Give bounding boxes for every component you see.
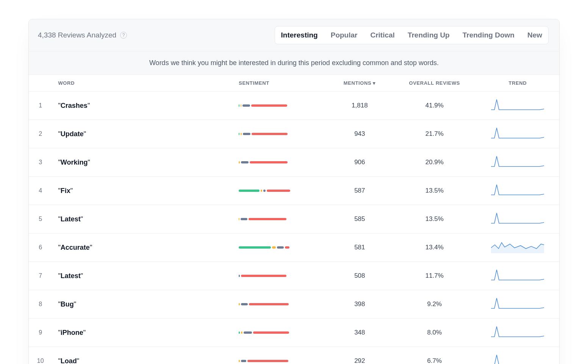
row-index: 9 [29, 319, 52, 347]
row-mentions: 348 [327, 319, 393, 347]
table-row[interactable]: 5"Latest"58513.5% [29, 205, 559, 233]
row-mentions: 508 [327, 262, 393, 290]
row-index: 4 [29, 177, 52, 205]
sentiment-bar [235, 233, 326, 262]
reviews-word-analysis-card: 4,338 Reviews Analyzed ? InterestingPopu… [28, 19, 560, 364]
tab-interesting[interactable]: Interesting [279, 30, 320, 41]
row-trend [476, 347, 559, 364]
row-trend [476, 120, 559, 148]
row-word[interactable]: "Load" [52, 347, 235, 364]
row-word[interactable]: "Update" [52, 120, 235, 148]
row-overall: 41.9% [393, 92, 476, 120]
col-mentions[interactable]: MENTIONS▾ [327, 75, 393, 92]
sentiment-bar [235, 148, 326, 177]
row-word[interactable]: "iPhone" [52, 319, 235, 347]
row-trend [476, 92, 559, 120]
row-word[interactable]: "Fix" [52, 177, 235, 205]
row-word[interactable]: "Bug" [52, 290, 235, 319]
col-overall[interactable]: OVERALL REVIEWS [393, 75, 476, 92]
row-word[interactable]: "Accurate" [52, 233, 235, 262]
description: Words we think you might be interested i… [29, 51, 559, 75]
sentiment-bar [235, 262, 326, 290]
row-index: 6 [29, 233, 52, 262]
row-trend [476, 177, 559, 205]
row-overall: 6.7% [393, 347, 476, 364]
table-row[interactable]: 4"Fix"58713.5% [29, 177, 559, 205]
row-overall: 21.7% [393, 120, 476, 148]
row-word[interactable]: "Latest" [52, 205, 235, 233]
tabs: InterestingPopularCriticalTrending UpTre… [275, 26, 549, 44]
tab-popular[interactable]: Popular [328, 30, 360, 41]
tab-trending-up[interactable]: Trending Up [405, 30, 452, 41]
card-topbar: 4,338 Reviews Analyzed ? InterestingPopu… [29, 19, 559, 51]
row-word[interactable]: "Crashes" [52, 92, 235, 120]
row-trend [476, 290, 559, 319]
table-row[interactable]: 3"Working"90620.9% [29, 148, 559, 177]
table-row[interactable]: 6"Accurate"58113.4% [29, 233, 559, 262]
row-mentions: 581 [327, 233, 393, 262]
sort-desc-icon: ▾ [373, 80, 376, 86]
table-row[interactable]: 2"Update"94321.7% [29, 120, 559, 148]
sentiment-bar [235, 92, 326, 120]
row-index: 2 [29, 120, 52, 148]
col-word[interactable]: WORD [52, 75, 235, 92]
sentiment-bar [235, 290, 326, 319]
row-overall: 8.0% [393, 319, 476, 347]
row-index: 7 [29, 262, 52, 290]
row-trend [476, 148, 559, 177]
table-row[interactable]: 9"iPhone"3488.0% [29, 319, 559, 347]
row-index: 10 [29, 347, 52, 364]
sentiment-bar [235, 319, 326, 347]
row-mentions: 292 [327, 347, 393, 364]
row-index: 5 [29, 205, 52, 233]
row-index: 1 [29, 92, 52, 120]
words-table: WORD SENTIMENT MENTIONS▾ OVERALL REVIEWS… [29, 75, 559, 364]
sentiment-bar [235, 177, 326, 205]
sentiment-bar [235, 120, 326, 148]
row-word[interactable]: "Latest" [52, 262, 235, 290]
row-overall: 11.7% [393, 262, 476, 290]
summary-text: 4,338 Reviews Analyzed [38, 31, 116, 39]
row-overall: 9.2% [393, 290, 476, 319]
row-mentions: 585 [327, 205, 393, 233]
help-icon[interactable]: ? [120, 32, 127, 39]
row-word[interactable]: "Working" [52, 148, 235, 177]
tab-trending-down[interactable]: Trending Down [460, 30, 517, 41]
row-mentions: 398 [327, 290, 393, 319]
sentiment-bar [235, 347, 326, 364]
table-row[interactable]: 8"Bug"3989.2% [29, 290, 559, 319]
row-mentions: 906 [327, 148, 393, 177]
row-index: 8 [29, 290, 52, 319]
row-overall: 13.5% [393, 205, 476, 233]
row-mentions: 1,818 [327, 92, 393, 120]
col-sentiment[interactable]: SENTIMENT [235, 75, 326, 92]
table-row[interactable]: 10"Load"2926.7% [29, 347, 559, 364]
sentiment-bar [235, 205, 326, 233]
row-mentions: 587 [327, 177, 393, 205]
tab-critical[interactable]: Critical [368, 30, 397, 41]
row-trend [476, 319, 559, 347]
row-trend [476, 262, 559, 290]
col-trend[interactable]: TREND [476, 75, 559, 92]
summary: 4,338 Reviews Analyzed ? [38, 31, 127, 39]
tab-new[interactable]: New [525, 30, 544, 41]
table-row[interactable]: 1"Crashes"1,81841.9% [29, 92, 559, 120]
row-overall: 13.5% [393, 177, 476, 205]
row-trend [476, 233, 559, 262]
row-overall: 20.9% [393, 148, 476, 177]
row-mentions: 943 [327, 120, 393, 148]
row-trend [476, 205, 559, 233]
col-mentions-label: MENTIONS [344, 80, 371, 86]
col-index [29, 75, 52, 92]
row-index: 3 [29, 148, 52, 177]
table-row[interactable]: 7"Latest"50811.7% [29, 262, 559, 290]
row-overall: 13.4% [393, 233, 476, 262]
